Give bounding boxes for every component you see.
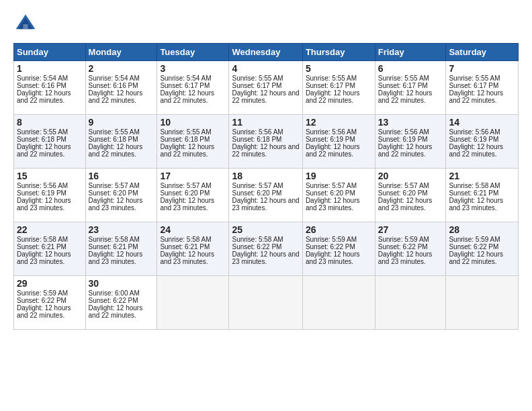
sunset: Sunset: 6:18 PM	[17, 136, 66, 143]
sunset: Sunset: 6:20 PM	[89, 189, 138, 197]
sunset: Sunset: 6:20 PM	[232, 189, 281, 197]
calendar-cell: 3Sunrise: 5:54 AMSunset: 6:17 PMDaylight…	[157, 61, 229, 115]
sunrise: Sunrise: 5:55 AM	[17, 128, 68, 136]
daylight-label: Daylight: 12 hours and 23 minutes.	[160, 250, 214, 265]
day-number: 12	[306, 117, 372, 128]
sunrise: Sunrise: 5:58 AM	[232, 236, 283, 243]
sunset: Sunset: 6:22 PM	[306, 243, 355, 250]
calendar-cell	[157, 276, 229, 330]
calendar-header-row: SundayMondayTuesdayWednesdayThursdayFrid…	[14, 44, 519, 61]
svg-rect-2	[23, 24, 28, 29]
sunset: Sunset: 6:16 PM	[89, 82, 138, 89]
day-number: 29	[17, 278, 83, 289]
day-number: 30	[89, 278, 154, 289]
calendar-cell: 2Sunrise: 5:54 AMSunset: 6:16 PMDaylight…	[85, 61, 157, 115]
daylight-label: Daylight: 12 hours and 22 minutes.	[160, 143, 214, 158]
sunset: Sunset: 6:18 PM	[160, 136, 210, 143]
calendar-day-header: Wednesday	[229, 44, 302, 61]
sunrise: Sunrise: 5:55 AM	[378, 75, 429, 82]
day-number: 24	[160, 224, 226, 235]
day-number: 23	[89, 224, 154, 235]
calendar-cell: 19Sunrise: 5:57 AMSunset: 6:20 PMDayligh…	[302, 169, 375, 222]
sunrise: Sunrise: 5:55 AM	[306, 75, 357, 82]
day-number: 1	[17, 63, 83, 74]
sunset: Sunset: 6:16 PM	[17, 82, 66, 89]
calendar-cell: 6Sunrise: 5:55 AMSunset: 6:17 PMDaylight…	[375, 61, 446, 115]
daylight-label: Daylight: 12 hours and 22 minutes.	[378, 89, 433, 104]
sunset: Sunset: 6:22 PM	[378, 243, 428, 250]
daylight-label: Daylight: 12 hours and 23 minutes.	[306, 250, 360, 265]
sunrise: Sunrise: 5:57 AM	[89, 182, 140, 189]
calendar-cell: 9Sunrise: 5:55 AMSunset: 6:18 PMDaylight…	[85, 115, 157, 169]
sunrise: Sunrise: 5:59 AM	[306, 236, 357, 243]
sunset: Sunset: 6:22 PM	[449, 243, 498, 250]
daylight-label: Daylight: 12 hours and 22 minutes.	[232, 89, 299, 104]
calendar-cell	[229, 276, 302, 330]
calendar-cell	[302, 276, 375, 330]
day-number: 17	[160, 171, 226, 181]
daylight-label: Daylight: 12 hours and 22 minutes.	[378, 143, 433, 158]
daylight-label: Daylight: 12 hours and 22 minutes.	[89, 143, 143, 158]
calendar-cell: 18Sunrise: 5:57 AMSunset: 6:20 PMDayligh…	[229, 169, 302, 222]
sunrise: Sunrise: 5:58 AM	[160, 236, 211, 243]
sunset: Sunset: 6:17 PM	[306, 82, 355, 89]
daylight-label: Daylight: 12 hours and 23 minutes.	[17, 197, 71, 212]
calendar-cell: 5Sunrise: 5:55 AMSunset: 6:17 PMDaylight…	[302, 61, 375, 115]
sunrise: Sunrise: 5:57 AM	[160, 182, 211, 189]
sunrise: Sunrise: 5:55 AM	[89, 128, 140, 136]
calendar-cell: 1Sunrise: 5:54 AMSunset: 6:16 PMDaylight…	[14, 61, 86, 115]
day-number: 8	[17, 117, 83, 128]
daylight-label: Daylight: 12 hours and 23 minutes.	[449, 197, 503, 212]
daylight-label: Daylight: 12 hours and 23 minutes.	[89, 197, 143, 212]
sunset: Sunset: 6:20 PM	[378, 189, 428, 197]
daylight-label: Daylight: 12 hours and 23 minutes.	[160, 197, 214, 212]
sunset: Sunset: 6:17 PM	[378, 82, 428, 89]
daylight-label: Daylight: 12 hours and 22 minutes.	[232, 143, 299, 158]
sunrise: Sunrise: 5:56 AM	[449, 128, 500, 136]
sunrise: Sunrise: 6:00 AM	[89, 289, 140, 297]
daylight-label: Daylight: 12 hours and 22 minutes.	[449, 143, 503, 158]
calendar-cell: 29Sunrise: 5:59 AMSunset: 6:22 PMDayligh…	[14, 276, 86, 330]
day-number: 27	[378, 224, 443, 235]
daylight-label: Daylight: 12 hours and 22 minutes.	[449, 250, 503, 265]
daylight-label: Daylight: 12 hours and 23 minutes.	[232, 250, 299, 265]
calendar-cell: 21Sunrise: 5:58 AMSunset: 6:21 PMDayligh…	[446, 169, 519, 222]
sunset: Sunset: 6:17 PM	[232, 82, 281, 89]
calendar-cell: 13Sunrise: 5:56 AMSunset: 6:19 PMDayligh…	[375, 115, 446, 169]
sunrise: Sunrise: 5:54 AM	[160, 75, 211, 82]
calendar-cell: 16Sunrise: 5:57 AMSunset: 6:20 PMDayligh…	[85, 169, 157, 222]
sunset: Sunset: 6:17 PM	[160, 82, 210, 89]
day-number: 14	[449, 117, 515, 128]
calendar-cell: 12Sunrise: 5:56 AMSunset: 6:19 PMDayligh…	[302, 115, 375, 169]
daylight-label: Daylight: 12 hours and 23 minutes.	[17, 250, 71, 265]
sunrise: Sunrise: 5:54 AM	[17, 75, 68, 82]
daylight-label: Daylight: 12 hours and 22 minutes.	[17, 304, 71, 319]
day-number: 11	[232, 117, 299, 128]
daylight-label: Daylight: 12 hours and 23 minutes.	[232, 197, 299, 212]
sunset: Sunset: 6:19 PM	[449, 136, 498, 143]
day-number: 15	[17, 171, 83, 181]
calendar-cell: 30Sunrise: 6:00 AMSunset: 6:22 PMDayligh…	[85, 276, 157, 330]
day-number: 18	[232, 171, 299, 181]
sunset: Sunset: 6:21 PM	[160, 243, 210, 250]
sunrise: Sunrise: 5:58 AM	[89, 236, 140, 243]
sunset: Sunset: 6:18 PM	[89, 136, 138, 143]
sunset: Sunset: 6:21 PM	[89, 243, 138, 250]
calendar-day-header: Sunday	[14, 44, 86, 61]
day-number: 10	[160, 117, 226, 128]
sunrise: Sunrise: 5:55 AM	[449, 75, 500, 82]
sunset: Sunset: 6:22 PM	[17, 297, 66, 304]
logo	[13, 12, 42, 36]
day-number: 6	[378, 63, 443, 74]
sunset: Sunset: 6:22 PM	[89, 297, 138, 304]
day-number: 16	[89, 171, 154, 181]
logo-icon	[13, 12, 38, 36]
day-number: 7	[449, 63, 515, 74]
sunrise: Sunrise: 5:55 AM	[160, 128, 211, 136]
calendar-cell: 20Sunrise: 5:57 AMSunset: 6:20 PMDayligh…	[375, 169, 446, 222]
day-number: 5	[306, 63, 372, 74]
day-number: 19	[306, 171, 372, 181]
calendar-cell: 7Sunrise: 5:55 AMSunset: 6:17 PMDaylight…	[446, 61, 519, 115]
daylight-label: Daylight: 12 hours and 22 minutes.	[306, 89, 360, 104]
daylight-label: Daylight: 12 hours and 22 minutes.	[89, 304, 143, 319]
